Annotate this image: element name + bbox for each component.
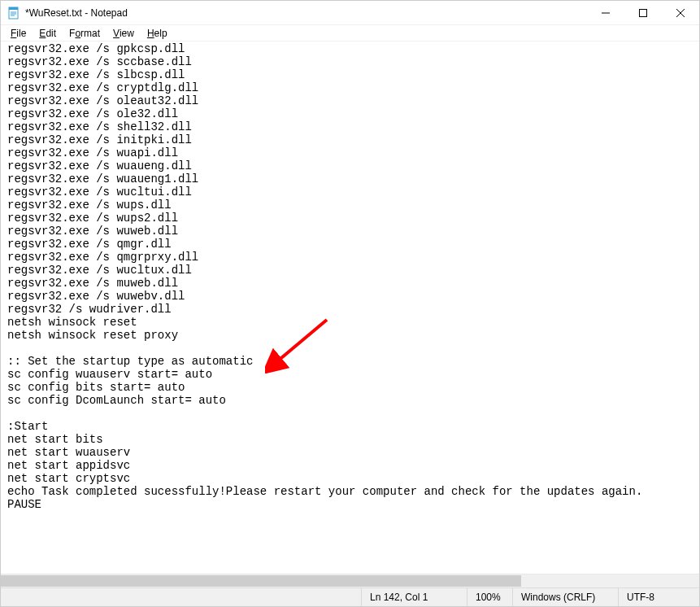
notepad-window: *WuReset.txt - Notepad File Edit Format … xyxy=(0,0,700,607)
window-controls xyxy=(587,1,699,24)
menu-edit-rest: dit xyxy=(46,28,56,39)
minimize-button[interactable] xyxy=(587,1,624,24)
menu-help-rest: elp xyxy=(154,28,167,39)
status-spacer xyxy=(1,588,361,606)
close-button[interactable] xyxy=(662,1,699,24)
maximize-button[interactable] xyxy=(624,1,662,24)
status-position: Ln 142, Col 1 xyxy=(361,588,467,606)
menu-file[interactable]: File xyxy=(4,27,33,40)
menu-help[interactable]: Help xyxy=(141,27,174,40)
menu-view-rest: iew xyxy=(120,28,134,39)
status-encoding: UTF-8 xyxy=(618,588,699,606)
menu-view[interactable]: View xyxy=(107,27,141,40)
status-line-endings: Windows (CRLF) xyxy=(512,588,618,606)
notepad-icon xyxy=(7,7,20,20)
menu-file-rest: ile xyxy=(16,28,26,39)
menu-format-rest: rmat xyxy=(80,28,100,39)
menu-edit[interactable]: Edit xyxy=(33,27,63,40)
status-zoom: 100% xyxy=(467,588,512,606)
menu-format[interactable]: Format xyxy=(63,27,107,40)
text-editor[interactable]: regsvr32.exe /s gpkcsp.dll regsvr32.exe … xyxy=(1,41,699,574)
window-title: *WuReset.txt - Notepad xyxy=(25,7,128,19)
titlebar[interactable]: *WuReset.txt - Notepad xyxy=(1,1,699,25)
menubar: File Edit Format View Help xyxy=(1,25,699,41)
horizontal-scrollbar-thumb[interactable] xyxy=(1,575,521,587)
svg-rect-6 xyxy=(640,9,647,16)
svg-rect-1 xyxy=(9,7,18,10)
horizontal-scrollbar[interactable] xyxy=(1,574,699,587)
editor-area: regsvr32.exe /s gpkcsp.dll regsvr32.exe … xyxy=(1,41,699,587)
statusbar: Ln 142, Col 1 100% Windows (CRLF) UTF-8 xyxy=(1,587,699,606)
